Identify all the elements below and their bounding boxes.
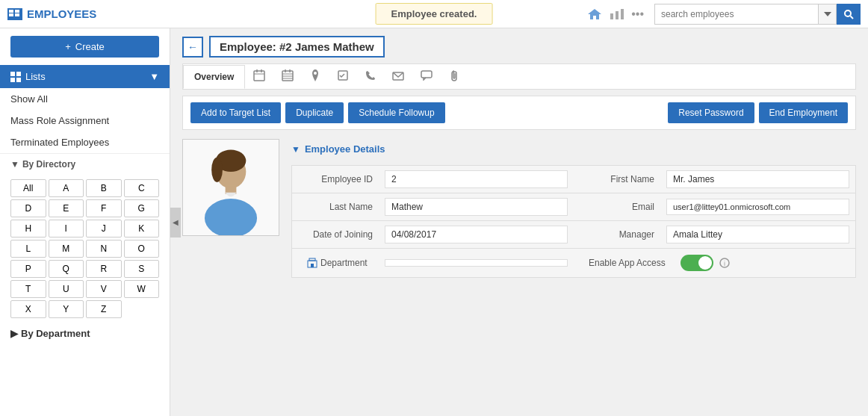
svg-rect-9: [10, 72, 15, 76]
tab-pin[interactable]: [302, 64, 329, 89]
tab-phone[interactable]: [357, 65, 384, 88]
tab-task[interactable]: [329, 64, 357, 89]
employee-id-value: 2: [385, 170, 568, 188]
details-row-4: Department Enable App Access: [292, 249, 855, 277]
tabs-container: Overview: [182, 63, 856, 90]
alpha-B[interactable]: B: [86, 179, 122, 197]
alpha-A[interactable]: A: [49, 179, 84, 197]
first-name-label: First Name: [574, 170, 663, 189]
lists-header[interactable]: Lists ▼: [0, 65, 170, 88]
by-department-item[interactable]: ▶ By Department: [0, 323, 170, 344]
svg-rect-26: [421, 71, 432, 78]
alpha-E[interactable]: E: [49, 199, 84, 217]
by-directory-label: By Directory: [22, 159, 75, 170]
alpha-D[interactable]: D: [10, 199, 46, 217]
date-of-joining-label: Date of Joining: [292, 225, 382, 244]
header-right: •••: [586, 4, 861, 25]
search-input[interactable]: [654, 4, 819, 25]
search-button[interactable]: [837, 4, 861, 25]
alpha-W[interactable]: W: [124, 280, 160, 298]
show-all-label: Show All: [10, 93, 48, 105]
first-name-cell: First Name Mr. James: [574, 166, 855, 193]
first-name-value: Mr. James: [666, 170, 849, 188]
avatar-image: [186, 146, 276, 235]
alpha-Q[interactable]: Q: [49, 260, 84, 278]
alpha-K[interactable]: K: [124, 220, 160, 238]
create-section: + Create: [0, 28, 170, 65]
alpha-C[interactable]: C: [124, 179, 160, 197]
manager-cell: Manager Amala Littey: [574, 221, 855, 248]
alpha-R[interactable]: R: [86, 260, 122, 278]
sidebar-item-terminated[interactable]: Terminated Employees: [0, 131, 170, 153]
chevron-down-icon: ▼: [149, 71, 159, 82]
alpha-X[interactable]: X: [10, 300, 46, 318]
department-cell: Department: [292, 249, 574, 277]
sidebar-item-mass-role[interactable]: Mass Role Assignment: [0, 110, 170, 131]
search-dropdown-btn[interactable]: [819, 4, 837, 25]
info-icon[interactable]: i: [719, 258, 730, 268]
alpha-T[interactable]: T: [10, 280, 46, 298]
create-button[interactable]: + Create: [10, 36, 159, 58]
svg-point-31: [205, 199, 257, 235]
search-container: [654, 4, 861, 25]
tab-attachment[interactable]: [441, 64, 468, 89]
employee-details-header[interactable]: ▼ Employee Details: [291, 139, 856, 159]
alpha-I[interactable]: I: [49, 220, 84, 238]
tab-overview[interactable]: Overview: [183, 65, 245, 89]
svg-point-23: [314, 72, 317, 75]
end-employment-button[interactable]: End Employment: [759, 102, 848, 123]
schedule-followup-button[interactable]: Schedule Followup: [348, 102, 444, 123]
avatar-section: [182, 139, 279, 278]
tab-month-view[interactable]: [273, 64, 302, 89]
employee-details-label: Employee Details: [305, 143, 385, 155]
reset-password-button[interactable]: Reset Password: [668, 102, 754, 123]
grid-icon: [10, 72, 21, 82]
alpha-Z[interactable]: Z: [86, 300, 122, 318]
chart-icon[interactable]: [609, 7, 625, 21]
sidebar-item-show-all[interactable]: Show All: [0, 88, 170, 110]
app-header: EMPLOYEES Employee created. •••: [0, 0, 868, 28]
by-directory-header[interactable]: ▼ By Directory: [0, 154, 170, 175]
details-row-2: Last Name Mathew Email user1@littey01.on…: [292, 193, 855, 221]
alpha-S[interactable]: S: [124, 260, 160, 278]
more-dots-icon[interactable]: •••: [631, 7, 644, 21]
alpha-J[interactable]: J: [86, 220, 122, 238]
alpha-G[interactable]: G: [124, 199, 160, 217]
alpha-Y[interactable]: Y: [49, 300, 84, 318]
action-bar-right: Reset Password End Employment: [668, 102, 848, 123]
alpha-N[interactable]: N: [86, 240, 122, 258]
email-label: Email: [574, 197, 663, 217]
by-department-label: By Department: [21, 328, 90, 339]
svg-line-8: [851, 16, 854, 19]
tab-email[interactable]: [384, 66, 412, 88]
alpha-H[interactable]: H: [10, 220, 46, 238]
action-bar: Add to Target List Duplicate Schedule Fo…: [182, 96, 856, 130]
home-icon[interactable]: [586, 7, 603, 21]
back-button[interactable]: ←: [182, 37, 203, 58]
main-layout: + Create Lists ▼ Show All Mass Role As: [0, 28, 868, 416]
alpha-P[interactable]: P: [10, 260, 46, 278]
department-label: Department: [292, 253, 382, 273]
tab-calendar[interactable]: [245, 64, 273, 89]
tab-bar: Overview: [183, 64, 855, 90]
notification-banner: Employee created.: [376, 3, 493, 25]
alpha-L[interactable]: L: [10, 240, 46, 258]
duplicate-button[interactable]: Duplicate: [285, 102, 344, 123]
alpha-O[interactable]: O: [124, 240, 160, 258]
collapse-sidebar-button[interactable]: ◀: [170, 208, 181, 238]
sidebar: + Create Lists ▼ Show All Mass Role As: [0, 28, 170, 416]
add-to-target-button[interactable]: Add to Target List: [190, 102, 281, 123]
svg-rect-3: [15, 13, 19, 16]
toggle-thumb: [698, 256, 712, 270]
alpha-F[interactable]: F: [86, 199, 122, 217]
alpha-M[interactable]: M: [49, 240, 84, 258]
alpha-U[interactable]: U: [49, 280, 84, 298]
enable-app-access-toggle[interactable]: [681, 255, 713, 271]
svg-rect-13: [254, 71, 264, 81]
alpha-all[interactable]: All: [10, 179, 46, 197]
tab-chat[interactable]: [412, 65, 441, 88]
manager-value: Amala Littey: [666, 226, 849, 243]
enable-app-access-label: Enable App Access: [574, 253, 675, 273]
alpha-V[interactable]: V: [86, 280, 122, 298]
employee-content: ▼ Employee Details Employee ID 2: [182, 139, 856, 278]
